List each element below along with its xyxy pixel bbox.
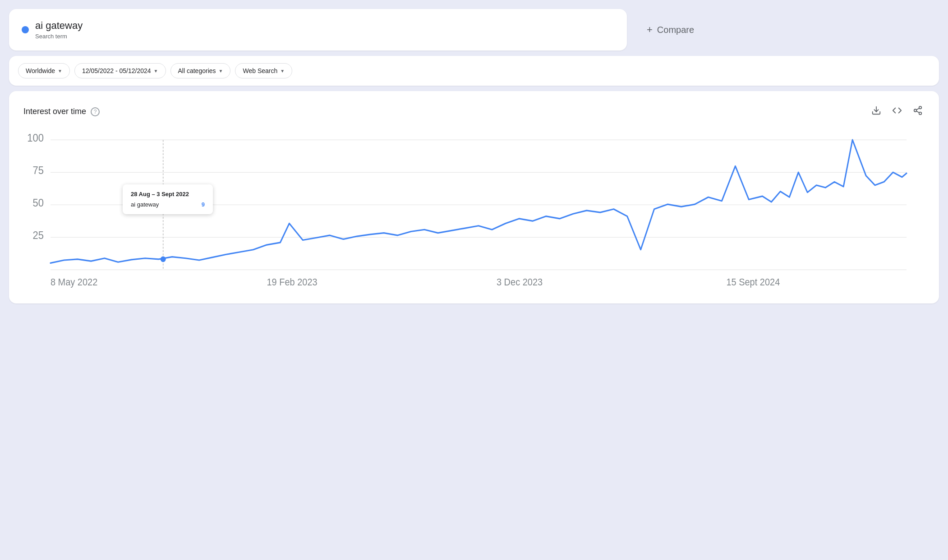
svg-text:19 Feb 2023: 19 Feb 2023 [267,277,317,288]
download-button[interactable] [870,104,883,119]
date-chevron-icon: ▼ [154,69,158,73]
embed-button[interactable] [890,104,904,119]
search-type-chevron-icon: ▼ [280,69,285,73]
date-range-label: 12/05/2022 - 05/12/2024 [82,67,151,74]
chart-area: 100 75 50 25 8 May 2022 19 Feb 2023 3 De… [23,130,925,293]
date-range-filter[interactable]: 12/05/2022 - 05/12/2024 ▼ [74,63,166,78]
svg-text:75: 75 [33,165,44,177]
svg-point-20 [161,257,166,262]
chart-header: Interest over time ? [23,104,925,119]
svg-text:8 May 2022: 8 May 2022 [51,277,97,288]
svg-text:3 Dec 2023: 3 Dec 2023 [497,277,543,288]
chart-actions [870,104,925,119]
svg-line-4 [916,111,919,113]
chart-card: Interest over time ? [9,91,939,303]
region-filter[interactable]: Worldwide ▼ [18,63,70,78]
search-type-label: Web Search [243,67,277,74]
compare-label: Compare [657,25,694,35]
category-label: All categories [178,67,216,74]
top-section: ai gateway Search term + Compare [9,9,939,50]
search-term-card: ai gateway Search term [9,9,627,50]
search-type-filter[interactable]: Web Search ▼ [235,63,292,78]
svg-text:100: 100 [27,133,44,144]
search-term-title: ai gateway [35,20,83,32]
chart-title-area: Interest over time ? [23,107,100,116]
svg-text:50: 50 [33,197,44,209]
search-dot [22,26,29,33]
tooltip-value: 9 [202,201,205,208]
help-icon[interactable]: ? [91,107,100,116]
search-term-text: ai gateway Search term [35,20,83,40]
svg-text:25: 25 [33,230,44,242]
compare-plus-icon: + [647,24,653,36]
category-filter[interactable]: All categories ▼ [170,63,231,78]
svg-line-5 [916,108,919,110]
tooltip-term: ai gateway [131,201,159,208]
region-label: Worldwide [26,67,55,74]
share-button[interactable] [911,104,925,119]
svg-text:15 Sept 2024: 15 Sept 2024 [726,277,780,288]
compare-card[interactable]: + Compare [632,9,939,50]
tooltip-row: ai gateway 9 [131,201,205,208]
category-chevron-icon: ▼ [219,69,223,73]
tooltip-box: 28 Aug – 3 Sept 2022 ai gateway 9 [123,184,213,214]
tooltip-date: 28 Aug – 3 Sept 2022 [131,191,205,197]
filters-bar: Worldwide ▼ 12/05/2022 - 05/12/2024 ▼ Al… [9,56,939,86]
chart-title: Interest over time [23,107,86,116]
search-term-subtitle: Search term [35,33,83,40]
region-chevron-icon: ▼ [58,69,62,73]
